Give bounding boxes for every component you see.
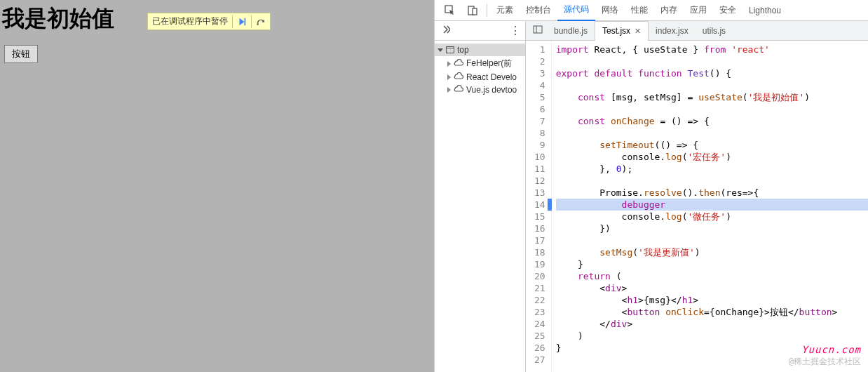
devtools-tab[interactable]: 性能 xyxy=(625,0,654,21)
sources-navigator: ⋮ top FeHelper(前React DeveloVue.js devto… xyxy=(435,21,526,372)
app-viewport: 我是初始值 按钮 已在调试程序中暂停 xyxy=(0,0,434,372)
cloud-icon xyxy=(454,72,463,82)
triangle-down-icon xyxy=(438,48,443,52)
tree-item[interactable]: Vue.js devtoo xyxy=(435,84,525,96)
cloud-icon xyxy=(454,59,463,69)
device-icon[interactable] xyxy=(461,5,484,16)
chevron-right-icon[interactable] xyxy=(442,25,450,36)
triangle-right-icon xyxy=(447,61,451,67)
file-tab-label: Test.jsx xyxy=(602,26,630,36)
devtools-tab[interactable]: 安全 xyxy=(713,0,742,21)
devtools-tab[interactable]: 源代码 xyxy=(557,0,595,21)
file-tab[interactable]: index.jsx xyxy=(649,21,696,41)
tree-label: React Develo xyxy=(466,72,517,82)
debug-paused-badge: 已在调试程序中暂停 xyxy=(147,13,271,30)
triangle-right-icon xyxy=(447,74,451,80)
svg-point-1 xyxy=(257,23,259,25)
close-icon[interactable]: ✕ xyxy=(635,27,641,36)
kebab-icon[interactable]: ⋮ xyxy=(510,24,521,37)
file-tab-label: utils.js xyxy=(703,26,726,36)
resume-button[interactable] xyxy=(232,15,251,28)
code-content: import React, { useState } from 'react' … xyxy=(552,41,868,372)
tree-root[interactable]: top xyxy=(435,44,525,56)
devtools-tab[interactable]: 网络 xyxy=(595,0,625,21)
debug-paused-text: 已在调试程序中暂停 xyxy=(148,13,232,29)
app-button[interactable]: 按钮 xyxy=(4,45,38,63)
devtools-tab[interactable]: 元素 xyxy=(490,0,520,21)
file-tab-label: bundle.js xyxy=(554,26,588,36)
devtools-tab[interactable]: 内存 xyxy=(654,0,684,21)
devtools-panel: 元素控制台源代码网络性能内存应用安全Lighthou ⋮ top FeHelpe… xyxy=(434,0,868,372)
file-tab[interactable]: utils.js xyxy=(696,21,733,41)
devtools-tab[interactable]: Lighthou xyxy=(742,0,787,21)
tree-label: Vue.js devtoo xyxy=(466,85,517,95)
inspect-icon[interactable] xyxy=(439,5,461,16)
cloud-icon xyxy=(454,85,463,95)
sidebar-toggle-icon[interactable] xyxy=(529,25,547,36)
svg-rect-5 xyxy=(534,26,542,33)
devtools-tabs: 元素控制台源代码网络性能内存应用安全Lighthou xyxy=(435,0,868,21)
triangle-right-icon xyxy=(447,87,451,93)
tree-label: FeHelper(前 xyxy=(466,58,512,69)
step-over-button[interactable] xyxy=(251,15,270,28)
svg-rect-0 xyxy=(245,18,246,25)
source-column: bundle.jsTest.jsx✕index.jsxutils.js 1234… xyxy=(526,21,868,372)
tree-item[interactable]: FeHelper(前 xyxy=(435,56,525,71)
svg-rect-4 xyxy=(473,8,477,15)
file-tab[interactable]: bundle.js xyxy=(547,21,595,41)
tree-label: top xyxy=(457,45,469,55)
devtools-tab[interactable]: 应用 xyxy=(684,0,713,21)
window-icon xyxy=(446,46,454,53)
separator xyxy=(487,4,487,17)
file-tab[interactable]: Test.jsx✕ xyxy=(595,21,649,41)
watermark: Yuucn.com @稀土掘金技术社区 xyxy=(789,344,861,368)
file-tabs: bundle.jsTest.jsx✕index.jsxutils.js xyxy=(526,21,868,41)
devtools-tab[interactable]: 控制台 xyxy=(520,0,557,21)
watermark-brand: Yuucn.com xyxy=(789,344,861,356)
watermark-text: @稀土掘金技术社区 xyxy=(789,356,861,368)
file-tab-label: index.jsx xyxy=(656,26,689,36)
nav-header: ⋮ xyxy=(435,21,525,41)
code-editor[interactable]: 1234567891011121314151617181920212223242… xyxy=(526,41,868,372)
file-tree: top FeHelper(前React DeveloVue.js devtoo xyxy=(435,41,525,99)
tree-item[interactable]: React Develo xyxy=(435,71,525,84)
